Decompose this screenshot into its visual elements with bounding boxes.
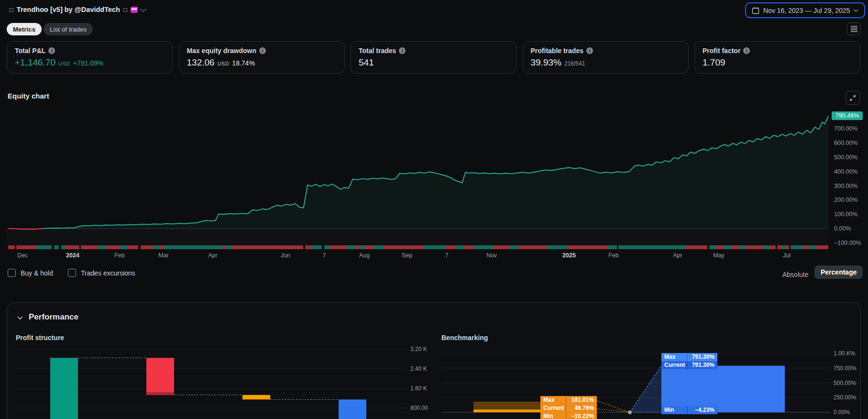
trade-strip-segment	[618, 245, 685, 249]
waterfall-bar-gross-loss[interactable]	[146, 358, 174, 395]
strategy-min-row: Min−4.23%	[661, 406, 717, 414]
info-icon[interactable]: i	[259, 47, 266, 54]
trade-strip-segment	[383, 245, 424, 249]
profit-y-tick-label: 1.60 K	[410, 385, 427, 392]
trade-strip-segment	[361, 245, 365, 249]
trade-strip-segment	[777, 245, 782, 249]
performance-section-title: Performance	[29, 312, 78, 322]
trade-strip-segment	[98, 245, 106, 249]
absolute-toggle[interactable]: Absolute	[782, 271, 808, 278]
trade-strip-segment	[8, 245, 15, 249]
stat-extra-value: 18.74%	[232, 59, 254, 67]
info-icon[interactable]: i	[399, 47, 406, 54]
stat-sub-value: 216/541	[564, 60, 585, 67]
stat-card-label: Total P&Li	[15, 47, 165, 55]
stat-card: Total P&Li+1,146.70USD+791.09%	[7, 41, 173, 74]
y-axis-tick-label: 400.00%	[834, 168, 857, 175]
x-axis-tick-label: 7	[323, 252, 326, 259]
tab-list-of-trades[interactable]: List of trades	[44, 23, 93, 35]
waterfall-bar-commission[interactable]	[242, 395, 270, 400]
trade-strip-segment	[518, 245, 547, 249]
stat-card-values: 132.06USD18.74%	[187, 57, 337, 68]
trade-strip-segment	[709, 245, 716, 249]
y-axis-tick-label: 0.00%	[834, 225, 851, 232]
y-axis-tick-label: 100.00%	[834, 211, 857, 218]
y-axis-tick-label: 500.00%	[834, 154, 857, 161]
value-box-row: Current46.76%	[540, 404, 597, 412]
y-axis-tick-label: 300.00%	[834, 183, 857, 189]
trade-strip-segment	[494, 245, 509, 249]
stat-label-text: Total trades	[359, 47, 396, 55]
profit-structure-plot[interactable]	[16, 343, 407, 419]
percentage-toggle[interactable]: Percentage	[814, 265, 863, 279]
info-icon[interactable]: i	[743, 47, 750, 54]
y-axis-tick-label: 200.00%	[834, 197, 857, 203]
trade-strip-segment	[446, 245, 455, 249]
tab-metrics[interactable]: Metrics	[7, 23, 42, 35]
trade-results-strip	[7, 245, 829, 249]
trade-strip-segment	[65, 245, 79, 249]
stat-currency: USD	[218, 61, 230, 66]
x-axis-tick-label: 2024	[66, 252, 79, 259]
date-range-button[interactable]: Nov 16, 2023 — Jul 29, 2025	[745, 2, 865, 18]
stat-card: Profitable tradesi39.93%216/541	[523, 41, 689, 74]
x-axis-tick-label: Aug	[359, 252, 370, 259]
buy-hold-checkbox[interactable]	[8, 269, 16, 277]
stat-value: 39.93%	[531, 57, 561, 68]
trade-strip-segment	[16, 245, 37, 249]
trade-strip-segment	[745, 245, 764, 249]
trade-strip-segment	[356, 245, 361, 249]
stat-card-values: +1,146.70USD+791.09%	[15, 57, 165, 68]
x-axis-tick-label: Apr	[673, 252, 682, 259]
title-prefix-glyph: □	[10, 6, 13, 13]
info-icon[interactable]: i	[586, 47, 593, 54]
trades-excursions-checkbox[interactable]	[68, 269, 76, 277]
strategy-equity-bar[interactable]	[661, 366, 785, 412]
last-value-badge: 790.46%	[832, 111, 863, 120]
value-box-row: Current791.30%	[661, 361, 717, 369]
stat-card: Profit factori1.709	[694, 41, 860, 74]
trade-strip-segment	[547, 245, 567, 249]
benchmark-y-tick-label: 500.00%	[834, 380, 856, 386]
trade-strip-segment	[54, 245, 59, 249]
benchmarking-plot[interactable]	[441, 343, 831, 419]
trade-strip-segment	[716, 245, 723, 249]
waterfall-bar-net-profit[interactable]	[339, 399, 366, 419]
trade-strip-segment	[509, 245, 518, 249]
waterfall-bar-gross-profit[interactable]	[50, 358, 78, 419]
x-axis-tick-label: Feb	[608, 252, 619, 259]
trade-strip-segment	[374, 245, 383, 249]
x-axis-tick-label: Apr	[208, 252, 217, 259]
stat-label-text: Profit factor	[703, 47, 740, 55]
trade-strip-segment	[61, 245, 65, 249]
stat-card-label: Profit factori	[703, 47, 852, 55]
maximize-icon	[849, 94, 857, 102]
value-box-row: Min−10.22%	[540, 412, 597, 419]
x-axis-tick-label: 7	[445, 252, 449, 259]
value-box-row: Max791.30%	[661, 353, 717, 361]
equity-curve-plot[interactable]	[7, 108, 829, 245]
profit-y-tick-label: 3.20 K	[410, 346, 427, 353]
info-icon[interactable]: i	[48, 47, 55, 54]
stat-label-text: Max equity drawdown	[187, 47, 256, 55]
collapse-chevron-icon[interactable]	[16, 314, 24, 321]
x-axis-tick-label: Jun	[281, 252, 290, 259]
trade-strip-segment	[732, 245, 739, 249]
y-axis-tick-label: −100.00%	[834, 240, 861, 246]
value-box-label: Current	[540, 404, 564, 412]
y-axis-tick-label: 700.00%	[834, 125, 857, 132]
chevron-down-icon[interactable]	[140, 6, 146, 12]
trade-strip-segment	[330, 245, 347, 249]
trade-strip-segment	[739, 245, 745, 249]
stat-card: Total tradesi541	[351, 41, 516, 74]
expand-chart-button[interactable]	[846, 91, 860, 105]
trade-strip-segment	[764, 245, 769, 249]
connector-dot	[628, 410, 632, 414]
report-layout-button[interactable]	[847, 22, 861, 35]
stat-value: 132.06	[187, 57, 215, 68]
trade-strip-segment	[455, 245, 463, 249]
trade-strip-segment	[164, 245, 222, 249]
x-axis-tick-label: Nov	[486, 252, 497, 259]
trades-excursions-label: Trades excursions	[81, 269, 135, 277]
stat-label-text: Profitable trades	[531, 47, 583, 55]
